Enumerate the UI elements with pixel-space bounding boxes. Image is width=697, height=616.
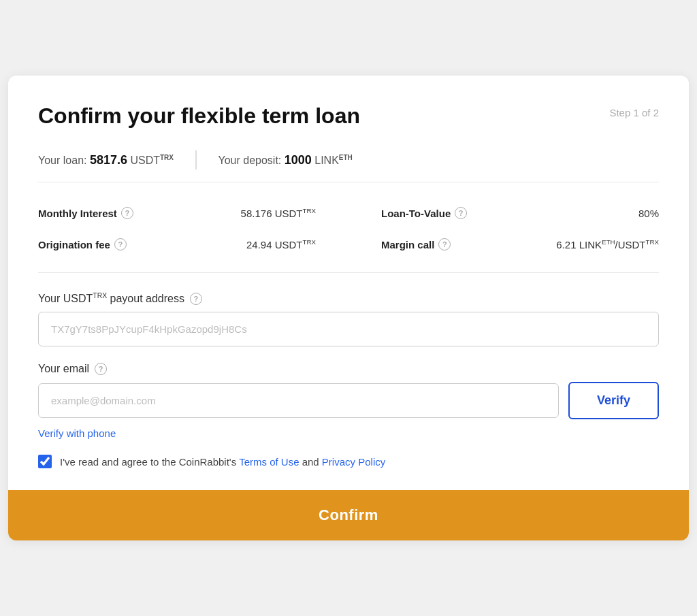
payout-address-label: Your USDTTRX payout address ? — [38, 292, 659, 305]
agreement-label: I've read and agree to the CoinRabbit's … — [60, 456, 385, 468]
confirm-bar: Confirm — [8, 490, 689, 540]
monthly-interest-value: 58.176 USDTTRX — [241, 207, 316, 219]
email-row: Verify — [38, 382, 659, 419]
agreement-row: I've read and agree to the CoinRabbit's … — [38, 455, 659, 468]
confirm-button[interactable]: Confirm — [319, 506, 378, 524]
loan-item: Your loan: 5817.6 USDTTRX — [38, 153, 174, 167]
detail-margin-call: Margin call ? 6.21 LINKETH/USDTTRX — [348, 229, 659, 260]
detail-loan-to-value: Loan-To-Value ? 80% — [348, 197, 659, 229]
email-label: Your email ? — [38, 363, 659, 375]
margin-call-help-icon[interactable]: ? — [438, 238, 451, 250]
verify-phone-link[interactable]: Verify with phone — [38, 427, 116, 439]
monthly-interest-help-icon[interactable]: ? — [121, 207, 133, 219]
origination-fee-help-icon[interactable]: ? — [114, 238, 127, 250]
header-row: Confirm your flexible term loan Step 1 o… — [38, 103, 659, 129]
step-label: Step 1 of 2 — [609, 107, 659, 118]
detail-monthly-interest: Monthly Interest ? 58.176 USDTTRX — [38, 197, 348, 229]
email-help-icon[interactable]: ? — [95, 363, 107, 375]
page-title: Confirm your flexible term loan — [38, 103, 360, 129]
privacy-policy-link[interactable]: Privacy Policy — [322, 456, 385, 468]
loan-summary: Your loan: 5817.6 USDTTRX Your deposit: … — [38, 150, 659, 182]
detail-origination-fee: Origination fee ? 24.94 USDTTRX — [38, 229, 348, 260]
deposit-item: Your deposit: 1000 LINKETH — [218, 153, 353, 167]
terms-of-use-link[interactable]: Terms of Use — [239, 456, 299, 468]
email-input[interactable] — [38, 383, 559, 418]
loan-to-value-help-icon[interactable]: ? — [455, 207, 467, 219]
payout-address-input[interactable] — [38, 312, 659, 346]
loan-to-value-value: 80% — [638, 208, 659, 219]
payout-address-help-icon[interactable]: ? — [190, 293, 202, 305]
agree-checkbox[interactable] — [38, 455, 52, 468]
confirm-loan-card: Confirm your flexible term loan Step 1 o… — [8, 76, 689, 541]
details-grid: Monthly Interest ? 58.176 USDTTRX Loan-T… — [38, 197, 659, 273]
margin-call-value: 6.21 LINKETH/USDTTRX — [556, 238, 659, 250]
verify-button[interactable]: Verify — [568, 382, 659, 419]
origination-fee-value: 24.94 USDTTRX — [246, 238, 316, 250]
summary-divider — [195, 150, 197, 169]
